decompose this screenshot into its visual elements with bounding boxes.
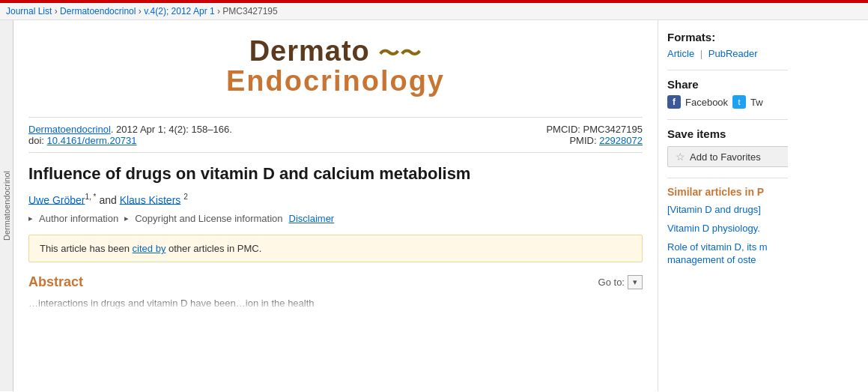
similar-articles-section: Similar articles in P [Vitamin D and dru… bbox=[667, 186, 791, 267]
breadcrumb-dermatoendocrinol[interactable]: Dermatoendocrinol bbox=[60, 6, 136, 16]
save-items-section: Save items ☆ Add to Favorites bbox=[667, 127, 791, 167]
add-favorites-label: Add to Favorites bbox=[690, 151, 761, 163]
abstract-text: …interactions in drugs and vitamin D hav… bbox=[28, 296, 643, 311]
similar-article-3[interactable]: Role of vitamin D, its m management of o… bbox=[667, 241, 791, 267]
author-2-sup: 2 bbox=[183, 193, 188, 201]
article-meta-right: PMCID: PMC3427195 PMID: 22928072 bbox=[546, 124, 643, 146]
abstract-header: Abstract Go to: ▾ bbox=[28, 274, 643, 290]
twitter-button[interactable]: Tw bbox=[750, 97, 763, 108]
formats-heading: Formats: bbox=[667, 31, 791, 43]
format-article-link[interactable]: Article bbox=[667, 48, 694, 59]
info-links: ▸ Author information ▸ Copyright and Lic… bbox=[28, 213, 643, 224]
star-icon: ☆ bbox=[676, 151, 685, 163]
breadcrumb-sep1: › bbox=[55, 6, 60, 16]
citation-text-before: This article has been bbox=[40, 243, 133, 254]
share-heading: Share bbox=[667, 78, 791, 91]
date-range: . 2012 Apr 1; 4(2): 158–166. bbox=[111, 124, 232, 135]
doi-label: doi: bbox=[28, 135, 47, 146]
authors: Uwe Gröber1, * and Klaus Kisters 2 bbox=[28, 193, 643, 206]
divider-3 bbox=[667, 178, 791, 178]
formats-section: Formats: Article | PubReader bbox=[667, 31, 791, 59]
article-meta: Dermatoendocrinol. 2012 Apr 1; 4(2): 158… bbox=[28, 117, 643, 153]
copyright-info-label[interactable]: Copyright and License information bbox=[135, 213, 282, 224]
arrow-2: ▸ bbox=[124, 214, 129, 223]
journal-name-part2: Endocrinology bbox=[28, 65, 643, 97]
left-sidebar-label: Dermatoendocrinol bbox=[2, 171, 11, 241]
arrow-1: ▸ bbox=[28, 214, 33, 223]
similar-articles-heading: Similar articles in P bbox=[667, 186, 791, 198]
author-connector: and bbox=[99, 193, 119, 205]
similar-article-1[interactable]: [Vitamin D and drugs] bbox=[667, 204, 791, 217]
goto-dropdown[interactable]: ▾ bbox=[628, 275, 643, 289]
formats-links: Article | PubReader bbox=[667, 48, 791, 59]
divider-1 bbox=[667, 70, 791, 70]
breadcrumb-journal-list[interactable]: Journal List bbox=[6, 6, 52, 16]
divider-2 bbox=[667, 119, 791, 120]
breadcrumb-pmcid: PMC3427195 bbox=[222, 6, 277, 16]
pmid-label: PMID: bbox=[569, 135, 599, 146]
author-1-sup: 1, * bbox=[85, 193, 96, 201]
goto-label: Go to: bbox=[598, 277, 625, 288]
right-sidebar: Formats: Article | PubReader Share f Fac… bbox=[658, 20, 800, 391]
goto-control: Go to: ▾ bbox=[598, 275, 643, 289]
author-1-link[interactable]: Uwe Gröber bbox=[28, 193, 85, 205]
breadcrumb: Journal List › Dermatoendocrinol › v.4(2… bbox=[0, 3, 868, 20]
wave-decoration: 〜〜 bbox=[378, 42, 422, 65]
author-2-link[interactable]: Klaus Kisters bbox=[120, 193, 181, 205]
format-pubreader-link[interactable]: PubReader bbox=[708, 48, 758, 59]
add-favorites-button[interactable]: ☆ Add to Favorites bbox=[667, 146, 791, 167]
facebook-button[interactable]: Facebook bbox=[685, 97, 728, 108]
similar-article-2[interactable]: Vitamin D physiology. bbox=[667, 223, 791, 235]
pmid-link[interactable]: 22928072 bbox=[599, 135, 643, 146]
abstract-title: Abstract bbox=[28, 274, 83, 290]
breadcrumb-date[interactable]: v.4(2); 2012 Apr 1 bbox=[144, 6, 215, 16]
share-section: Share f Facebook t Tw bbox=[667, 78, 791, 109]
article-title: Influence of drugs on vitamin D and calc… bbox=[28, 163, 643, 185]
citation-text-after: other articles in PMC. bbox=[166, 243, 261, 254]
main-layout: Dermatoendocrinol Dermato 〜〜 Endocrinolo… bbox=[0, 20, 868, 391]
journal-link[interactable]: Dermatoendocrinol bbox=[28, 124, 111, 135]
left-sidebar: Dermatoendocrinol bbox=[0, 20, 13, 391]
doi-link[interactable]: 10.4161/derm.20731 bbox=[47, 135, 137, 146]
article-meta-left: Dermatoendocrinol. 2012 Apr 1; 4(2): 158… bbox=[28, 124, 232, 146]
share-row: f Facebook t Tw bbox=[667, 95, 791, 109]
formats-sep: | bbox=[700, 48, 705, 59]
journal-name-part1: Dermato 〜〜 bbox=[249, 35, 422, 67]
content-area: Dermato 〜〜 Endocrinology Dermatoendocrin… bbox=[13, 20, 658, 391]
author-info-label[interactable]: Author information bbox=[39, 213, 118, 224]
citation-notice: This article has been cited by other art… bbox=[28, 235, 643, 262]
facebook-icon: f bbox=[667, 95, 681, 109]
pmcid: PMCID: PMC3427195 bbox=[546, 124, 643, 135]
twitter-icon: t bbox=[732, 95, 746, 109]
save-items-heading: Save items bbox=[667, 127, 791, 140]
journal-logo: Dermato 〜〜 Endocrinology bbox=[28, 28, 643, 105]
cited-by-link[interactable]: cited by bbox=[133, 243, 166, 254]
disclaimer-link[interactable]: Disclaimer bbox=[289, 213, 335, 224]
